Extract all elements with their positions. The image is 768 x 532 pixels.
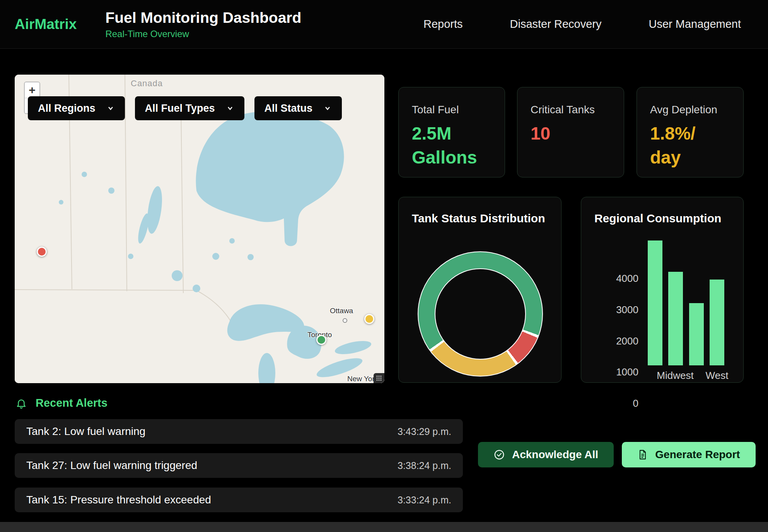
alerts-header: Recent Alerts [15, 397, 108, 409]
page-subtitle: Real-Time Overview [105, 29, 301, 39]
stat-label: Critical Tanks [531, 104, 611, 116]
y-tick: 1000 [581, 366, 638, 378]
title-block: Fuel Monitoring Dashboard Real-Time Over… [105, 9, 301, 39]
bar [689, 303, 704, 366]
fuel-type-filter-value: All Fuel Types [145, 102, 215, 114]
stat-value: 10 [531, 121, 611, 145]
acknowledge-all-label: Acknowledge All [512, 448, 598, 461]
fuel-type-filter[interactable]: All Fuel Types [135, 96, 244, 120]
bar-chart-y-axis: 4000 3000 2000 1000 0 [581, 235, 638, 371]
x-tick-west: West [706, 370, 729, 382]
status-filter-value: All Status [265, 102, 313, 114]
nav-item-disaster-recovery[interactable]: Disaster Recovery [510, 18, 602, 31]
chevron-down-icon [323, 104, 332, 113]
bar-chart [648, 240, 724, 365]
footer-strip [0, 522, 768, 532]
donut-chart [418, 251, 543, 377]
stat-value: 2.5M Gallons [412, 121, 492, 169]
tank-status-panel: Tank Status Distribution [398, 197, 561, 383]
chevron-down-icon [226, 104, 234, 113]
donut-hole [435, 268, 526, 360]
alert-message: Tank 27: Low fuel warning triggered [26, 459, 197, 472]
region-filter-value: All Regions [38, 102, 96, 114]
map-marker-warning[interactable] [364, 314, 374, 324]
fuel-map[interactable]: + − All Regions All Fuel Types All Statu… [15, 75, 384, 383]
y-tick: 0 [581, 397, 638, 409]
alert-time: 3:33:24 p.m. [398, 494, 451, 506]
bell-icon [15, 397, 27, 409]
map-marker-critical[interactable] [37, 247, 47, 257]
map-resize-handle[interactable] [374, 373, 384, 383]
nav-item-user-management[interactable]: User Management [649, 18, 741, 31]
map-marker-normal[interactable] [316, 335, 326, 345]
x-tick-midwest: Midwest [657, 370, 693, 382]
bar [648, 240, 662, 365]
y-tick: 4000 [581, 273, 638, 285]
page-title: Fuel Monitoring Dashboard [105, 9, 301, 26]
stat-card-critical-tanks: Critical Tanks 10 [517, 87, 624, 177]
bar [710, 280, 724, 365]
drag-grip-icon [375, 375, 382, 382]
header: AirMatrix Fuel Monitoring Dashboard Real… [0, 0, 768, 49]
status-filter[interactable]: All Status [254, 96, 342, 120]
alert-row: Tank 27: Low fuel warning triggered 3:38… [15, 453, 463, 478]
map-label-canada: Canada [131, 78, 163, 89]
chevron-down-icon [106, 104, 115, 113]
stat-label: Total Fuel [412, 104, 492, 116]
stat-card-avg-depletion: Avg Depletion 1.8%/ day [637, 87, 744, 177]
alert-row: Tank 2: Low fuel warning 3:43:29 p.m. [15, 419, 463, 444]
map-label-ottawa: Ottawa [330, 307, 353, 315]
generate-report-label: Generate Report [655, 448, 740, 461]
check-circle-icon [493, 449, 505, 460]
generate-report-button[interactable]: Generate Report [622, 442, 756, 467]
stat-value: 1.8%/ day [650, 121, 730, 169]
brand-logo[interactable]: AirMatrix [15, 16, 77, 32]
y-tick: 3000 [581, 304, 638, 316]
map-filters: All Regions All Fuel Types All Status [28, 96, 342, 120]
ottawa-city-dot [343, 318, 347, 323]
stat-label: Avg Depletion [650, 104, 730, 116]
stat-card-total-fuel: Total Fuel 2.5M Gallons [398, 87, 505, 177]
document-icon [637, 449, 648, 460]
alerts-title: Recent Alerts [36, 397, 108, 409]
alert-message: Tank 15: Pressure threshold exceeded [26, 494, 211, 506]
dashboard-app: AirMatrix Fuel Monitoring Dashboard Real… [0, 0, 768, 532]
acknowledge-all-button[interactable]: Acknowledge All [478, 442, 614, 467]
regional-consumption-title: Regional Consumption [581, 197, 743, 225]
nav-item-reports[interactable]: Reports [423, 18, 463, 31]
main-nav: Reports Disaster Recovery User Managemen… [423, 18, 741, 31]
region-filter[interactable]: All Regions [28, 96, 125, 120]
alert-time: 3:38:24 p.m. [398, 460, 451, 471]
zoom-in-button[interactable]: + [25, 82, 39, 98]
alert-row: Tank 15: Pressure threshold exceeded 3:3… [15, 488, 463, 512]
bar [668, 272, 683, 365]
tank-status-title: Tank Status Distribution [399, 197, 561, 225]
alert-message: Tank 2: Low fuel warning [26, 425, 145, 438]
alert-time: 3:43:29 p.m. [398, 426, 451, 437]
regional-consumption-panel: Regional Consumption 4000 3000 2000 1000… [581, 197, 744, 383]
y-tick: 2000 [581, 335, 638, 347]
